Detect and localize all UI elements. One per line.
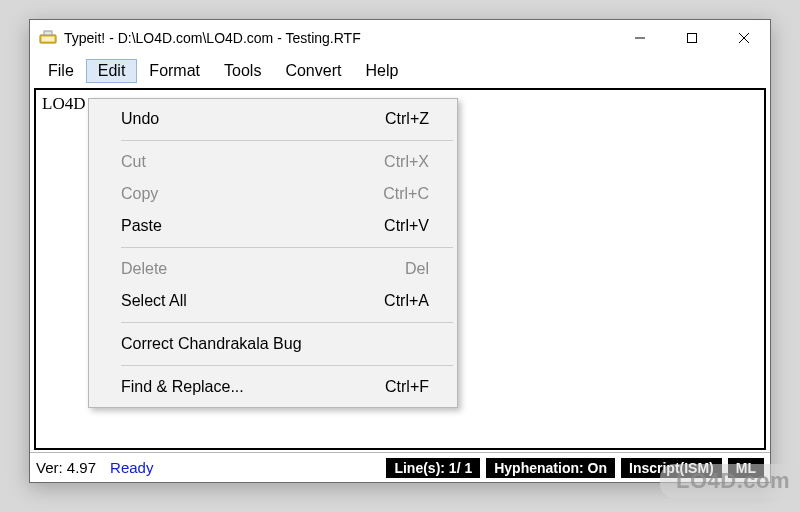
svg-rect-2 — [44, 31, 52, 35]
menu-item-label: Correct Chandrakala Bug — [121, 335, 429, 353]
menu-item-shortcut: Ctrl+V — [384, 217, 429, 235]
menu-item-label: Select All — [121, 292, 384, 310]
menu-separator — [121, 365, 453, 366]
menu-separator — [121, 247, 453, 248]
maximize-button[interactable] — [666, 20, 718, 56]
status-lines: Line(s): 1/ 1 — [386, 458, 480, 478]
menu-item-label: Delete — [121, 260, 405, 278]
status-version: Ver: 4.97 — [36, 459, 96, 476]
menu-item-paste[interactable]: Paste Ctrl+V — [91, 210, 455, 242]
menu-file[interactable]: File — [36, 59, 86, 83]
menu-separator — [121, 140, 453, 141]
minimize-button[interactable] — [614, 20, 666, 56]
menu-separator — [121, 322, 453, 323]
menu-edit[interactable]: Edit — [86, 59, 138, 83]
menu-item-shortcut: Ctrl+F — [385, 378, 429, 396]
titlebar: Typeit! - D:\LO4D.com\LO4D.com - Testing… — [30, 20, 770, 56]
menu-item-delete[interactable]: Delete Del — [91, 253, 455, 285]
menu-item-label: Undo — [121, 110, 385, 128]
window-title: Typeit! - D:\LO4D.com\LO4D.com - Testing… — [64, 30, 361, 46]
edit-dropdown: Undo Ctrl+Z Cut Ctrl+X Copy Ctrl+C Paste… — [88, 98, 458, 408]
menu-item-label: Paste — [121, 217, 384, 235]
menu-item-shortcut: Del — [405, 260, 429, 278]
menu-item-cut[interactable]: Cut Ctrl+X — [91, 146, 455, 178]
app-icon — [38, 28, 58, 48]
menu-item-label: Cut — [121, 153, 384, 171]
menu-convert[interactable]: Convert — [273, 59, 353, 83]
menu-item-label: Copy — [121, 185, 383, 203]
status-hyphenation: Hyphenation: On — [486, 458, 615, 478]
menu-item-label: Find & Replace... — [121, 378, 385, 396]
menu-help[interactable]: Help — [353, 59, 410, 83]
menu-item-shortcut: Ctrl+A — [384, 292, 429, 310]
close-button[interactable] — [718, 20, 770, 56]
status-ready: Ready — [110, 459, 153, 476]
watermark: LO4D.com — [660, 464, 800, 498]
svg-rect-4 — [688, 34, 697, 43]
menu-item-undo[interactable]: Undo Ctrl+Z — [91, 103, 455, 135]
editor-text: LO4D — [42, 94, 85, 113]
menu-item-find-replace[interactable]: Find & Replace... Ctrl+F — [91, 371, 455, 403]
menu-item-shortcut: Ctrl+X — [384, 153, 429, 171]
menu-tools[interactable]: Tools — [212, 59, 273, 83]
window-controls — [614, 20, 770, 56]
menu-format[interactable]: Format — [137, 59, 212, 83]
menu-item-copy[interactable]: Copy Ctrl+C — [91, 178, 455, 210]
menu-item-shortcut: Ctrl+Z — [385, 110, 429, 128]
svg-rect-1 — [42, 37, 54, 41]
menu-item-correct-bug[interactable]: Correct Chandrakala Bug — [91, 328, 455, 360]
menu-item-select-all[interactable]: Select All Ctrl+A — [91, 285, 455, 317]
menubar: File Edit Format Tools Convert Help — [30, 56, 770, 86]
menu-item-shortcut: Ctrl+C — [383, 185, 429, 203]
